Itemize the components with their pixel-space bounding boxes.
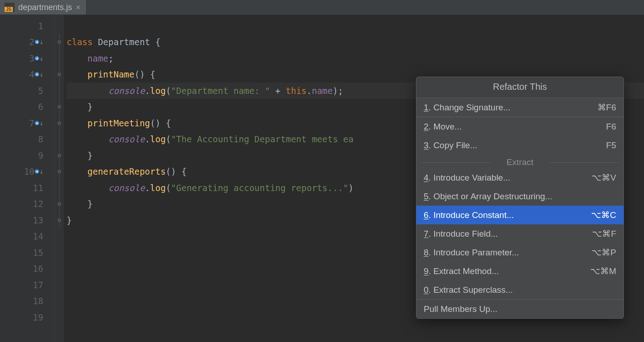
popup-section-extract: Extract [416, 155, 623, 168]
override-marker-icon[interactable]: ↓ [35, 119, 43, 127]
shortcut-label: ⌘F6 [597, 102, 616, 113]
shortcut-label: ⌥⌘F [592, 228, 616, 239]
code-line[interactable]: class Department { [67, 34, 644, 51]
line-number: 2↓ [0, 34, 54, 51]
line-number: 11 [0, 180, 54, 196]
line-number: 9 [0, 147, 54, 164]
refactor-item-object-or-array-destructuring[interactable]: 5. Object or Array Destructuring... [416, 187, 623, 206]
tab-filename: departments.js [18, 3, 72, 12]
close-icon[interactable]: × [76, 3, 81, 12]
override-marker-icon[interactable]: ↓ [35, 71, 43, 78]
js-file-icon [5, 3, 15, 12]
tab-bar: departments.js × [0, 0, 644, 15]
shortcut-label: ⌥⌘M [590, 266, 616, 276]
line-number-gutter: 12↓3↓4↓567↓8910↓111213141516171819 [0, 15, 55, 342]
line-number: 1 [0, 18, 54, 34]
refactor-item-introduce-variable[interactable]: 4. Introduce Variable...⌥⌘V [416, 168, 623, 187]
line-number: 18 [0, 293, 54, 310]
override-marker-icon[interactable]: ↓ [35, 55, 43, 62]
shortcut-label: F6 [606, 122, 616, 132]
refactor-item-extract-method[interactable]: 9. Extract Method...⌥⌘M [416, 262, 623, 280]
line-number: 5 [0, 83, 54, 99]
line-number: 13 [0, 212, 54, 228]
line-number: 15 [0, 244, 54, 261]
shortcut-label: ⌥⌘C [591, 210, 616, 220]
line-number: 19 [0, 309, 54, 326]
line-number: 17 [0, 277, 54, 293]
shortcut-label: F5 [606, 140, 616, 150]
line-number: 3↓ [0, 50, 54, 67]
refactor-item-introduce-constant[interactable]: 6. Introduce Constant...⌥⌘C [416, 206, 623, 224]
line-number: 16 [0, 261, 54, 277]
line-number: 7↓ [0, 115, 54, 131]
refactor-item-change-signature[interactable]: 1. Change Signature...⌘F6 [416, 98, 623, 117]
fold-gutter: ⊟⊟⊟⊟⊟⊟⊟⊟ [55, 15, 64, 342]
code-line[interactable] [67, 18, 644, 34]
file-tab[interactable]: departments.js × [0, 0, 87, 15]
shortcut-label: ⌥⌘P [592, 247, 616, 258]
shortcut-label: ⌥⌘V [592, 172, 616, 183]
line-number: 4↓ [0, 67, 54, 83]
code-line[interactable]: name; [67, 50, 644, 67]
refactor-item-extract-superclass[interactable]: 0. Extract Superclass... [416, 280, 623, 299]
refactor-item-copy-file[interactable]: 3. Copy File...F5 [416, 136, 623, 155]
line-number: 14 [0, 228, 54, 245]
popup-title: Refactor This [416, 77, 623, 98]
refactor-item-introduce-parameter[interactable]: 8. Introduce Parameter...⌥⌘P [416, 243, 623, 262]
override-marker-icon[interactable]: ↓ [35, 38, 43, 46]
refactor-item-introduce-field[interactable]: 7. Introduce Field...⌥⌘F [416, 224, 623, 243]
line-number: 8 [0, 131, 54, 148]
line-number: 12 [0, 196, 54, 212]
refactor-popup: Refactor This 1. Change Signature...⌘F62… [416, 77, 624, 319]
line-number: 6 [0, 99, 54, 115]
refactor-item-move[interactable]: 2. Move...F6 [416, 117, 623, 136]
override-marker-icon[interactable]: ↓ [35, 168, 43, 175]
line-number: 10↓ [0, 164, 54, 180]
refactor-item-pull-members-up[interactable]: Pull Members Up... [416, 300, 623, 318]
